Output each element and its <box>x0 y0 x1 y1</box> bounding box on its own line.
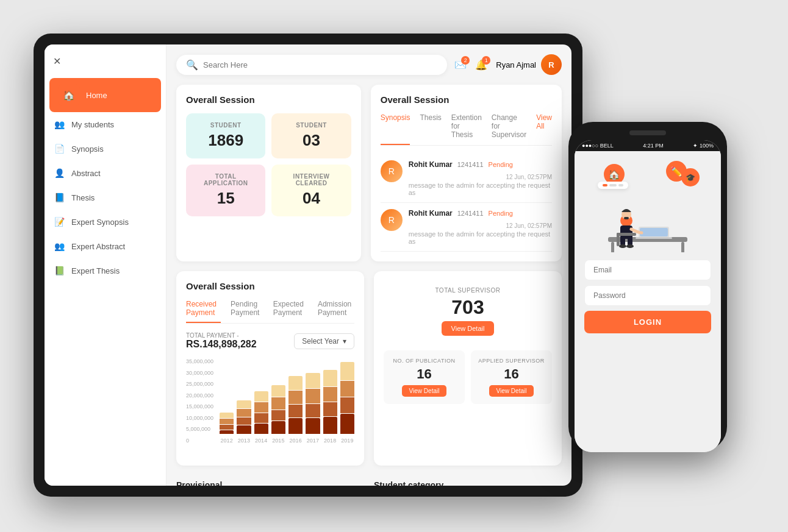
header: 🔍 ✉️ 2 🔔 1 Ryan Ajmal <box>176 54 562 75</box>
notifications-box: Overall Session Synopsis Thesis Extentio… <box>371 85 562 261</box>
stat-value-0: 1869 <box>195 131 257 150</box>
expert-abstract-icon: 👥 <box>53 240 65 252</box>
bar-2016: 2016 <box>288 376 303 444</box>
sidebar-item-expert-synopsis[interactable]: 📝 Expert Synopsis <box>45 210 166 234</box>
stat-label-0: STUDENT <box>195 122 257 129</box>
main-content: 🔍 ✉️ 2 🔔 1 Ryan Ajmal <box>167 44 571 486</box>
bar-2013: 2013 <box>237 400 251 444</box>
phone-password-input[interactable] <box>584 285 711 306</box>
payment-section: Overall Session Received Payment Pending… <box>176 271 364 466</box>
tab-expected-payment[interactable]: Expected Payment <box>273 300 308 323</box>
tab-admission-payment[interactable]: Admission Payment <box>318 300 354 323</box>
desk-illustration <box>593 197 703 252</box>
tab-thesis[interactable]: Thesis <box>420 113 441 145</box>
payment-header: TOTAL PAYMENT - RS.148,898,282 Select Ye… <box>186 332 354 350</box>
svg-rect-5 <box>636 237 672 239</box>
search-input[interactable] <box>203 60 437 69</box>
phone-login-button[interactable]: LOGIN <box>584 311 711 333</box>
phone-login-form: LOGIN <box>584 260 711 333</box>
student-category-label: Student category <box>374 475 562 486</box>
session-stats-box: Overall Session STUDENT 1869 STUDENT 03 <box>176 85 361 261</box>
svg-rect-8 <box>624 217 629 219</box>
tab-received-payment[interactable]: Received Payment <box>186 300 221 323</box>
phone-screen: ●●●○○ BELL 4:21 PM ✦ 100% 🏠 ✏️ 🎓 <box>575 140 721 452</box>
sidebar-item-thesis[interactable]: 📘 Thesis <box>45 185 166 210</box>
header-actions: ✉️ 2 🔔 1 Ryan Ajmal R <box>454 54 562 75</box>
applied-supervisor-view-detail-button[interactable]: View Detail <box>489 385 534 397</box>
notif-name-1: Rohit Kumar <box>409 209 453 218</box>
phone-signal: ●●●○○ BELL <box>582 143 614 149</box>
notif-name-0: Rohit Kumar <box>409 160 453 169</box>
phone-time: 4:21 PM <box>643 143 664 149</box>
bar-2014: 2014 <box>254 391 268 444</box>
stat-card-student-1: STUDENT 1869 <box>186 113 265 158</box>
stat-label-3: INTERVIEW CLEARED <box>280 173 342 186</box>
bar-2017: 2017 <box>306 373 320 444</box>
stat-value-3: 04 <box>280 189 342 208</box>
notif-avatar-1: R <box>381 209 403 231</box>
supervisor-label: TOTAL SUPERVISOR <box>384 287 552 294</box>
close-icon[interactable]: ✕ <box>45 51 166 72</box>
bar-label-2017: 2017 <box>307 438 319 444</box>
search-bar[interactable]: 🔍 <box>176 55 447 75</box>
students-icon: 👥 <box>53 118 65 130</box>
notifications-count: 1 <box>482 56 490 65</box>
bar-stack-2015 <box>271 385 285 434</box>
sidebar-item-my-students[interactable]: 👥 My students <box>45 112 166 137</box>
select-year-button[interactable]: Select Year ▾ <box>294 333 354 349</box>
graduation-circle-icon: 🎓 <box>681 168 700 186</box>
synopsis-icon: 📄 <box>53 143 65 155</box>
messages-count: 2 <box>461 56 470 65</box>
notif-body-1: Rohit Kumar 1241411 Pending 12 Jun, 02:5… <box>409 209 552 245</box>
phone-email-input[interactable] <box>584 260 711 280</box>
desk-svg <box>596 197 700 252</box>
messages-icon-badge[interactable]: ✉️ 2 <box>454 59 467 71</box>
sidebar-item-abstract[interactable]: 👤 Abstract <box>45 161 166 185</box>
sidebar-label-expert-abstract: Expert Abstract <box>71 242 125 251</box>
tablet-device: ✕ 🏠 Home 👥 My students 📄 Synopsis <box>34 34 582 497</box>
applied-supervisor-value: 16 <box>478 366 545 382</box>
chevron-down-icon: ▾ <box>343 337 346 346</box>
notifications-icon-badge[interactable]: 🔔 1 <box>475 59 487 71</box>
phone-status-bar: ●●●○○ BELL 4:21 PM ✦ 100% <box>575 140 721 151</box>
svg-point-12 <box>619 244 626 248</box>
sidebar-item-expert-thesis[interactable]: 📗 Expert Thesis <box>45 258 166 283</box>
notif-msg-0: message to the admin for accepting the r… <box>409 182 552 196</box>
notif-time-1: 12 Jun, 02:57PM <box>506 222 552 229</box>
phone-notch <box>629 130 666 135</box>
publications-value: 16 <box>391 366 457 382</box>
supervisor-section: TOTAL SUPERVISOR 703 View Detail NO. OF … <box>374 271 562 466</box>
total-payment-value: RS.148,898,282 <box>186 339 257 350</box>
bar-chart: 35,000,000 30,000,000 25,000,000 20,000,… <box>186 358 354 456</box>
notif-header-row-0: Rohit Kumar 1241411 Pending 12 Jun, 02:5… <box>409 160 552 180</box>
bar-stack-2012 <box>220 413 234 434</box>
sidebar-label-home: Home <box>86 91 107 100</box>
y-axis: 35,000,000 30,000,000 25,000,000 20,000,… <box>186 358 213 444</box>
abstract-icon: 👤 <box>53 167 65 179</box>
sidebar-item-home[interactable]: 🏠 Home <box>49 78 161 112</box>
publications-view-detail-button[interactable]: View Detail <box>402 385 447 397</box>
session-stats-title: Overall Session <box>186 94 351 105</box>
sidebar-label-thesis: Thesis <box>71 193 95 202</box>
bottom-labels: Provisional Student category <box>176 475 562 486</box>
phone-battery: ✦ 100% <box>693 143 714 149</box>
tab-change-supervisor[interactable]: Change for Supervisor <box>492 113 526 145</box>
publications-label: NO. OF PUBLICATION <box>391 358 457 364</box>
bar-2015: 2015 <box>271 385 285 444</box>
tab-synopsis[interactable]: Synopsis <box>381 113 410 145</box>
sidebar-label-synopsis: Synopsis <box>71 144 104 154</box>
supervisor-view-detail-button[interactable]: View Detail <box>442 321 495 336</box>
notif-time-0: 12 Jun, 02:57PM <box>506 174 552 180</box>
view-all-link[interactable]: View All <box>536 113 552 145</box>
sidebar-item-expert-abstract[interactable]: 👥 Expert Abstract <box>45 234 166 258</box>
search-icon: 🔍 <box>186 59 198 71</box>
bar-stack-2013 <box>237 400 251 434</box>
user-profile[interactable]: Ryan Ajmal R <box>496 54 562 75</box>
home-icon: 🏠 <box>58 84 80 106</box>
bar-2012: 2012 <box>220 413 234 444</box>
tab-pending-payment[interactable]: Pending Payment <box>231 300 263 323</box>
sidebar-label-abstract: Abstract <box>71 169 101 178</box>
sidebar: ✕ 🏠 Home 👥 My students 📄 Synopsis <box>45 44 167 486</box>
tab-extension[interactable]: Extention for Thesis <box>451 113 482 145</box>
sidebar-item-synopsis[interactable]: 📄 Synopsis <box>45 137 166 161</box>
